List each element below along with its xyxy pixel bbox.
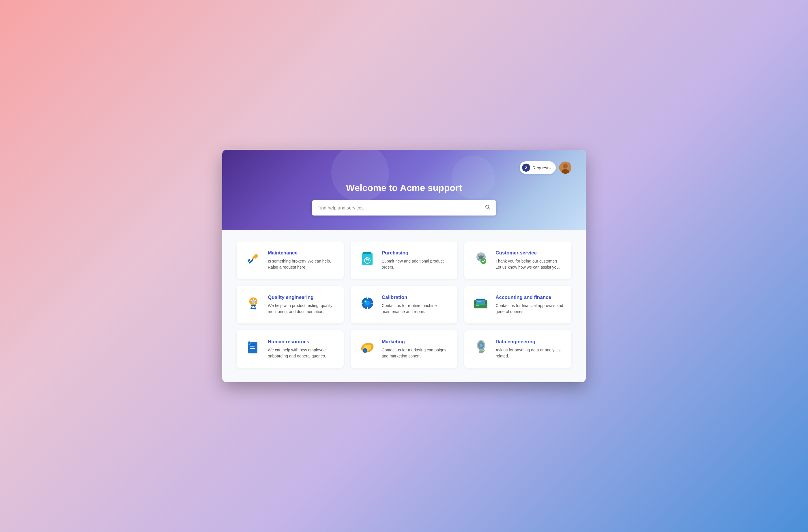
quality-engineering-icon xyxy=(245,295,262,312)
svg-rect-31 xyxy=(476,299,485,300)
svg-rect-17 xyxy=(251,308,256,309)
service-description: Thank you for being our customer! Let us… xyxy=(495,258,563,270)
avatar-image xyxy=(559,162,571,174)
human-resources-icon xyxy=(245,339,262,356)
service-title: Quality engineering xyxy=(268,295,336,300)
purchasing-icon: A xyxy=(359,250,376,268)
service-info: Customer service Thank you for being our… xyxy=(495,250,563,270)
app-window: 2 Requests Welcome to Acme support xyxy=(222,150,586,382)
header-banner: 2 Requests Welcome to Acme support xyxy=(222,150,586,230)
service-description: Contact us for marketing campaigns and m… xyxy=(382,347,449,359)
search-icon xyxy=(485,204,491,212)
service-title: Purchasing xyxy=(382,250,449,256)
svg-point-43 xyxy=(364,349,367,352)
data-engineering-icon xyxy=(472,339,490,356)
svg-line-4 xyxy=(489,208,490,209)
service-title: Customer service xyxy=(495,250,563,256)
svg-rect-9 xyxy=(363,252,371,254)
service-title: Marketing xyxy=(382,339,449,345)
search-input[interactable] xyxy=(317,205,485,210)
service-card-human-resources[interactable]: Human resources We can help with new emp… xyxy=(237,330,344,368)
service-info: Human resources We can help with new emp… xyxy=(268,339,336,359)
service-title: Calibration xyxy=(382,295,449,300)
service-card-customer-service[interactable]: Customer service Thank you for being our… xyxy=(464,241,571,279)
accounting-finance-icon xyxy=(472,295,490,312)
svg-text:A: A xyxy=(365,256,369,262)
services-grid: Maintenance Is something broken? We can … xyxy=(237,241,571,368)
service-info: Accounting and finance Contact us for fi… xyxy=(495,295,563,315)
header-top: 2 Requests xyxy=(237,161,571,174)
svg-rect-36 xyxy=(250,347,255,347)
service-info: Calibration Contact us for routine machi… xyxy=(382,295,449,315)
customer-service-icon xyxy=(472,250,490,268)
svg-point-13 xyxy=(480,258,486,264)
service-card-data-engineering[interactable]: Data engineering Ask us for anything dat… xyxy=(464,330,571,368)
service-info: Maintenance Is something broken? We can … xyxy=(268,250,336,270)
service-card-maintenance[interactable]: Maintenance Is something broken? We can … xyxy=(237,241,344,279)
service-info: Data engineering Ask us for anything dat… xyxy=(495,339,563,359)
service-description: Contact us for routine machine maintenan… xyxy=(382,302,449,315)
svg-point-15 xyxy=(252,300,255,303)
avatar[interactable] xyxy=(559,162,571,174)
service-card-calibration[interactable]: Calibration Contact us for routine machi… xyxy=(351,286,458,324)
service-card-accounting-finance[interactable]: Accounting and finance Contact us for fi… xyxy=(464,286,571,324)
service-card-quality-engineering[interactable]: Quality engineering We help with product… xyxy=(237,286,344,324)
service-description: We can help with new employee onboarding… xyxy=(268,347,336,359)
service-card-marketing[interactable]: Marketing Contact us for marketing campa… xyxy=(351,330,458,368)
search-container xyxy=(237,200,571,216)
service-title: Data engineering xyxy=(495,339,563,345)
service-info: Quality engineering We help with product… xyxy=(268,295,336,315)
service-title: Human resources xyxy=(268,339,336,345)
svg-point-46 xyxy=(480,344,482,347)
service-card-purchasing[interactable]: A Purchasing Submit new and additional p… xyxy=(351,241,458,279)
svg-rect-32 xyxy=(477,301,482,302)
svg-rect-29 xyxy=(476,305,479,306)
requests-label: Requests xyxy=(532,165,551,170)
maintenance-icon xyxy=(245,250,262,268)
requests-button[interactable]: 2 Requests xyxy=(520,161,556,174)
requests-badge: 2 xyxy=(522,164,530,172)
svg-point-39 xyxy=(248,342,251,344)
search-box xyxy=(312,200,496,216)
service-description: Ask us for anything data or analytics re… xyxy=(495,347,563,359)
page-title: Welcome to Acme support xyxy=(237,183,571,193)
service-description: Is something broken? We can help. Raise … xyxy=(268,258,336,270)
service-description: We help with product testing, quality mo… xyxy=(268,302,336,315)
svg-point-22 xyxy=(365,301,366,302)
svg-rect-35 xyxy=(250,345,256,345)
service-info: Purchasing Submit new and additional pro… xyxy=(382,250,449,270)
svg-point-1 xyxy=(563,164,568,168)
service-title: Accounting and finance xyxy=(495,295,563,300)
svg-rect-16 xyxy=(251,305,256,306)
service-description: Contact us for financial approvals and g… xyxy=(495,302,563,315)
service-info: Marketing Contact us for marketing campa… xyxy=(382,339,449,359)
content-area: Maintenance Is something broken? We can … xyxy=(222,230,586,382)
marketing-icon xyxy=(359,339,376,356)
svg-rect-37 xyxy=(250,348,255,349)
service-description: Submit new and additional product orders… xyxy=(382,258,449,270)
calibration-icon xyxy=(359,295,376,312)
service-title: Maintenance xyxy=(268,250,336,256)
